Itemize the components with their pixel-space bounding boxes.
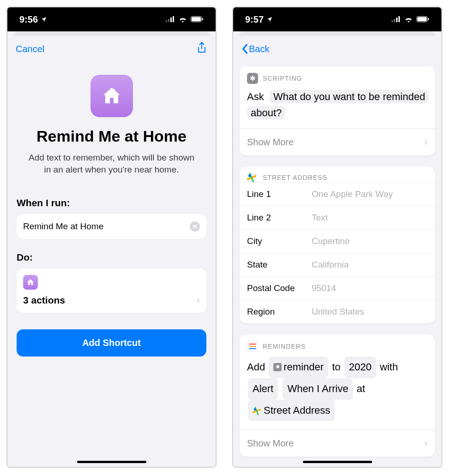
reminders-icon — [247, 341, 258, 352]
cancel-button[interactable]: Cancel — [16, 44, 44, 54]
scripting-header: SCRIPTING — [263, 75, 302, 82]
add-shortcut-button[interactable]: Add Shortcut — [17, 329, 206, 357]
maps-icon — [247, 173, 256, 182]
add-shortcut-label: Add Shortcut — [82, 338, 141, 348]
phone-right: 9:57 Back — [232, 6, 442, 468]
reminders-action-card[interactable]: REMINDERS Add reminder to 2020 with Aler… — [240, 334, 435, 457]
home-indicator[interactable] — [77, 461, 146, 463]
street-address-token[interactable]: Street Address — [248, 400, 335, 422]
shortcut-subtitle: Add text to remember, which will be show… — [28, 152, 195, 175]
clear-button[interactable] — [190, 221, 200, 232]
chevron-right-icon: › — [424, 136, 428, 148]
svg-rect-5 — [192, 17, 201, 21]
svg-rect-11 — [398, 16, 400, 22]
share-icon — [196, 42, 207, 54]
address-field-row[interactable]: State California — [240, 253, 435, 276]
chevron-right-icon: › — [197, 294, 200, 306]
address-field-row[interactable]: Postal Code 95014 — [240, 276, 435, 300]
status-time: 9:56 — [19, 14, 38, 25]
field-label: Postal Code — [247, 283, 312, 293]
field-placeholder: One Apple Park Way — [312, 189, 393, 199]
svg-rect-14 — [428, 18, 429, 20]
status-bar: 9:56 — [7, 7, 216, 31]
show-more-button[interactable]: Show More › — [240, 430, 435, 457]
back-button[interactable]: Back — [241, 44, 269, 54]
list-token[interactable]: 2020 — [344, 357, 376, 378]
location-icon — [41, 14, 47, 25]
gear-icon — [273, 363, 282, 371]
chevron-right-icon: › — [424, 437, 428, 449]
gear-icon: ✱ — [247, 73, 258, 84]
svg-rect-13 — [417, 17, 427, 21]
field-placeholder: Cupertino — [312, 236, 350, 246]
field-placeholder: California — [312, 260, 349, 270]
actions-icon — [23, 275, 38, 290]
maps-icon — [253, 403, 262, 412]
reminder-token[interactable]: reminder — [269, 357, 328, 378]
phone-left: 9:56 Cancel — [6, 6, 217, 468]
field-placeholder: Text — [312, 213, 328, 223]
field-placeholder: United States — [312, 307, 364, 317]
actions-card[interactable]: 3 actions › — [17, 268, 206, 313]
svg-rect-7 — [113, 89, 115, 92]
word-to: to — [332, 361, 340, 373]
home-indicator[interactable] — [303, 461, 372, 463]
svg-point-16 — [248, 174, 251, 177]
do-label: Do: — [17, 252, 206, 263]
address-field-row[interactable]: Region United States — [240, 300, 435, 323]
address-header: STREET ADDRESS — [263, 174, 327, 181]
show-more-button[interactable]: Show More › — [240, 129, 435, 155]
reminders-header: REMINDERS — [263, 343, 306, 350]
svg-rect-8 — [392, 20, 393, 22]
field-label: City — [247, 236, 312, 246]
ask-word: Ask — [247, 91, 264, 102]
status-bar: 9:57 — [233, 7, 441, 31]
shortcut-name-input[interactable]: Remind Me at Home — [23, 221, 103, 232]
word-at: at — [357, 383, 365, 394]
shortcut-app-icon — [90, 75, 133, 117]
field-label: State — [247, 260, 312, 270]
svg-rect-9 — [394, 19, 395, 22]
shortcut-name-card: Remind Me at Home — [17, 214, 206, 239]
home-icon — [101, 85, 123, 107]
home-icon — [26, 278, 35, 286]
svg-rect-2 — [170, 18, 172, 22]
when-i-run-label: When I run: — [17, 197, 206, 208]
when-arrive-token[interactable]: When I Arrive — [283, 378, 353, 400]
location-icon — [266, 14, 273, 25]
field-label: Line 1 — [247, 189, 312, 199]
field-placeholder: 95014 — [312, 283, 336, 293]
svg-rect-1 — [168, 19, 169, 22]
word-add: Add — [247, 361, 265, 373]
cancel-label: Cancel — [16, 44, 44, 54]
cellular-icon — [166, 16, 175, 23]
show-more-label: Show More — [247, 438, 294, 449]
battery-icon — [191, 16, 204, 23]
field-label: Line 2 — [247, 213, 312, 223]
svg-rect-6 — [202, 18, 203, 20]
status-time: 9:57 — [245, 14, 264, 25]
share-button[interactable] — [196, 42, 207, 57]
ask-question-token[interactable]: What do you want to be reminded about? — [247, 90, 429, 119]
street-address-card[interactable]: STREET ADDRESS Line 1 One Apple Park Way… — [240, 167, 435, 323]
status-icons — [166, 16, 204, 23]
word-with: with — [380, 361, 398, 373]
svg-point-18 — [254, 408, 256, 410]
field-label: Region — [247, 307, 312, 317]
address-field-row[interactable]: Line 1 One Apple Park Way — [240, 182, 435, 206]
show-more-label: Show More — [247, 137, 294, 148]
address-field-row[interactable]: City Cupertino — [240, 229, 435, 253]
chevron-left-icon — [241, 44, 248, 54]
scripting-action-card[interactable]: ✱ SCRIPTING Ask What do you want to be r… — [240, 66, 435, 155]
svg-rect-0 — [166, 20, 167, 22]
reminders-body: Add reminder to 2020 with Alert When I A… — [240, 352, 435, 429]
ask-action-body: Ask What do you want to be reminded abou… — [240, 84, 435, 128]
back-label: Back — [249, 44, 269, 54]
svg-rect-10 — [396, 18, 398, 22]
svg-rect-3 — [173, 16, 174, 22]
status-icons — [392, 16, 429, 23]
actions-count: 3 actions — [23, 295, 65, 306]
address-field-row[interactable]: Line 2 Text — [240, 206, 435, 229]
shortcut-title: Remind Me at Home — [17, 127, 206, 145]
alert-token[interactable]: Alert — [248, 378, 278, 400]
